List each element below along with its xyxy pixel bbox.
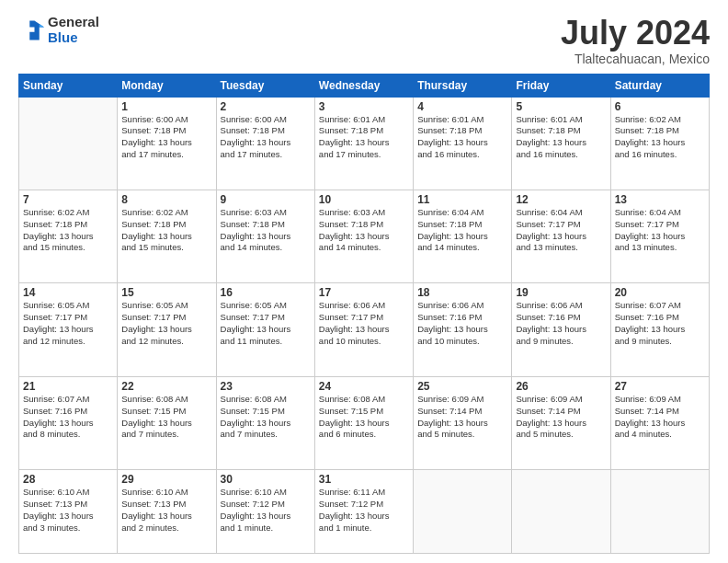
day-number: 19 <box>516 286 606 299</box>
cell-info: Sunrise: 6:04 AMSunset: 7:17 PMDaylight:… <box>615 207 705 254</box>
cell-info: Sunrise: 6:07 AMSunset: 7:16 PMDaylight:… <box>23 394 113 441</box>
table-row: 13Sunrise: 6:04 AMSunset: 7:17 PMDayligh… <box>610 190 709 283</box>
calendar-week-row: 28Sunrise: 6:10 AMSunset: 7:13 PMDayligh… <box>19 470 710 554</box>
calendar-week-row: 1Sunrise: 6:00 AMSunset: 7:18 PMDaylight… <box>19 97 710 190</box>
day-number: 13 <box>615 193 705 206</box>
table-row: 18Sunrise: 6:06 AMSunset: 7:16 PMDayligh… <box>414 283 512 376</box>
cell-info: Sunrise: 6:09 AMSunset: 7:14 PMDaylight:… <box>516 394 606 441</box>
logo-blue-text: Blue <box>48 30 99 46</box>
logo: General Blue <box>18 15 99 45</box>
table-row: 12Sunrise: 6:04 AMSunset: 7:17 PMDayligh… <box>512 190 610 283</box>
day-number: 3 <box>319 100 409 113</box>
cell-info: Sunrise: 6:01 AMSunset: 7:18 PMDaylight:… <box>417 114 507 161</box>
day-number: 2 <box>221 100 311 113</box>
day-number: 26 <box>516 380 606 393</box>
table-row <box>512 470 610 554</box>
calendar-header-row: Sunday Monday Tuesday Wednesday Thursday… <box>19 74 710 97</box>
day-number: 18 <box>417 286 507 299</box>
cell-info: Sunrise: 6:06 AMSunset: 7:17 PMDaylight:… <box>319 300 409 347</box>
table-row: 4Sunrise: 6:01 AMSunset: 7:18 PMDaylight… <box>414 97 512 190</box>
cell-info: Sunrise: 6:08 AMSunset: 7:15 PMDaylight:… <box>221 394 311 441</box>
cell-info: Sunrise: 6:02 AMSunset: 7:18 PMDaylight:… <box>23 207 113 254</box>
calendar-week-row: 7Sunrise: 6:02 AMSunset: 7:18 PMDaylight… <box>19 190 710 283</box>
day-number: 4 <box>417 100 507 113</box>
cell-info: Sunrise: 6:05 AMSunset: 7:17 PMDaylight:… <box>121 300 211 347</box>
calendar-week-row: 21Sunrise: 6:07 AMSunset: 7:16 PMDayligh… <box>19 376 710 469</box>
table-row: 29Sunrise: 6:10 AMSunset: 7:13 PMDayligh… <box>118 470 216 554</box>
table-row: 3Sunrise: 6:01 AMSunset: 7:18 PMDaylight… <box>314 97 413 190</box>
day-number: 8 <box>121 193 211 206</box>
day-number: 6 <box>615 100 705 113</box>
table-row: 25Sunrise: 6:09 AMSunset: 7:14 PMDayligh… <box>414 376 512 469</box>
table-row <box>414 470 512 554</box>
day-number: 25 <box>417 380 507 393</box>
day-number: 28 <box>23 473 113 486</box>
day-number: 27 <box>615 380 705 393</box>
table-row: 27Sunrise: 6:09 AMSunset: 7:14 PMDayligh… <box>610 376 709 469</box>
day-number: 20 <box>615 286 705 299</box>
day-number: 5 <box>516 100 606 113</box>
cell-info: Sunrise: 6:06 AMSunset: 7:16 PMDaylight:… <box>516 300 606 347</box>
day-number: 30 <box>221 473 311 486</box>
table-row: 15Sunrise: 6:05 AMSunset: 7:17 PMDayligh… <box>118 283 216 376</box>
table-row: 17Sunrise: 6:06 AMSunset: 7:17 PMDayligh… <box>314 283 413 376</box>
cell-info: Sunrise: 6:10 AMSunset: 7:13 PMDaylight:… <box>121 487 211 534</box>
col-saturday: Saturday <box>610 74 709 97</box>
subtitle: Tlaltecahuacan, Mexico <box>561 52 710 66</box>
cell-info: Sunrise: 6:02 AMSunset: 7:18 PMDaylight:… <box>615 114 705 161</box>
table-row: 30Sunrise: 6:10 AMSunset: 7:12 PMDayligh… <box>216 470 314 554</box>
cell-info: Sunrise: 6:05 AMSunset: 7:17 PMDaylight:… <box>221 300 311 347</box>
day-number: 21 <box>23 380 113 393</box>
table-row: 19Sunrise: 6:06 AMSunset: 7:16 PMDayligh… <box>512 283 610 376</box>
cell-info: Sunrise: 6:01 AMSunset: 7:18 PMDaylight:… <box>516 114 606 161</box>
col-sunday: Sunday <box>19 74 118 97</box>
table-row: 28Sunrise: 6:10 AMSunset: 7:13 PMDayligh… <box>19 470 118 554</box>
svg-marker-0 <box>29 20 44 40</box>
table-row: 6Sunrise: 6:02 AMSunset: 7:18 PMDaylight… <box>610 97 709 190</box>
day-number: 12 <box>516 193 606 206</box>
main-title: July 2024 <box>561 15 710 52</box>
cell-info: Sunrise: 6:09 AMSunset: 7:14 PMDaylight:… <box>615 394 705 441</box>
table-row: 21Sunrise: 6:07 AMSunset: 7:16 PMDayligh… <box>19 376 118 469</box>
day-number: 24 <box>319 380 409 393</box>
cell-info: Sunrise: 6:04 AMSunset: 7:18 PMDaylight:… <box>417 207 507 254</box>
day-number: 23 <box>221 380 311 393</box>
table-row: 22Sunrise: 6:08 AMSunset: 7:15 PMDayligh… <box>118 376 216 469</box>
table-row: 14Sunrise: 6:05 AMSunset: 7:17 PMDayligh… <box>19 283 118 376</box>
cell-info: Sunrise: 6:08 AMSunset: 7:15 PMDaylight:… <box>121 394 211 441</box>
calendar-week-row: 14Sunrise: 6:05 AMSunset: 7:17 PMDayligh… <box>19 283 710 376</box>
calendar-table: Sunday Monday Tuesday Wednesday Thursday… <box>18 74 710 554</box>
day-number: 22 <box>121 380 211 393</box>
table-row <box>19 97 118 190</box>
day-number: 15 <box>121 286 211 299</box>
table-row: 8Sunrise: 6:02 AMSunset: 7:18 PMDaylight… <box>118 190 216 283</box>
day-number: 16 <box>221 286 311 299</box>
col-tuesday: Tuesday <box>216 74 314 97</box>
day-number: 17 <box>319 286 409 299</box>
logo-general-text: General <box>48 15 99 30</box>
cell-info: Sunrise: 6:10 AMSunset: 7:12 PMDaylight:… <box>221 487 311 534</box>
table-row: 5Sunrise: 6:01 AMSunset: 7:18 PMDaylight… <box>512 97 610 190</box>
col-monday: Monday <box>118 74 216 97</box>
day-number: 14 <box>23 286 113 299</box>
cell-info: Sunrise: 6:08 AMSunset: 7:15 PMDaylight:… <box>319 394 409 441</box>
cell-info: Sunrise: 6:09 AMSunset: 7:14 PMDaylight:… <box>417 394 507 441</box>
svg-marker-1 <box>40 24 44 28</box>
day-number: 10 <box>319 193 409 206</box>
cell-info: Sunrise: 6:01 AMSunset: 7:18 PMDaylight:… <box>319 114 409 161</box>
page: General Blue July 2024 Tlaltecahuacan, M… <box>0 0 728 563</box>
day-number: 29 <box>121 473 211 486</box>
cell-info: Sunrise: 6:03 AMSunset: 7:18 PMDaylight:… <box>319 207 409 254</box>
cell-info: Sunrise: 6:06 AMSunset: 7:16 PMDaylight:… <box>417 300 507 347</box>
cell-info: Sunrise: 6:00 AMSunset: 7:18 PMDaylight:… <box>221 114 311 161</box>
table-row: 2Sunrise: 6:00 AMSunset: 7:18 PMDaylight… <box>216 97 314 190</box>
cell-info: Sunrise: 6:07 AMSunset: 7:16 PMDaylight:… <box>615 300 705 347</box>
logo-text: General Blue <box>48 15 99 45</box>
day-number: 7 <box>23 193 113 206</box>
table-row: 7Sunrise: 6:02 AMSunset: 7:18 PMDaylight… <box>19 190 118 283</box>
col-thursday: Thursday <box>414 74 512 97</box>
day-number: 1 <box>121 100 211 113</box>
title-area: July 2024 Tlaltecahuacan, Mexico <box>561 15 710 66</box>
col-wednesday: Wednesday <box>314 74 413 97</box>
cell-info: Sunrise: 6:10 AMSunset: 7:13 PMDaylight:… <box>23 487 113 534</box>
